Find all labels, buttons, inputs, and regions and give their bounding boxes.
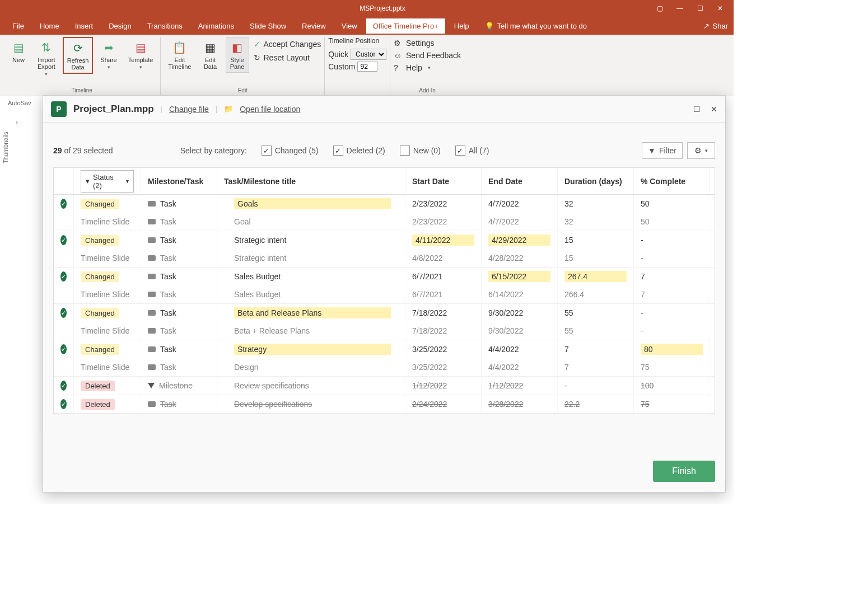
row-check-icon[interactable]: ✓ xyxy=(60,381,67,391)
table-row[interactable]: ✓ChangedTaskStrategy3/25/20224/4/2022780… xyxy=(54,340,715,377)
custom-input[interactable] xyxy=(357,62,377,72)
tab-slideshow[interactable]: Slide Show xyxy=(243,18,293,34)
checkbox-icon[interactable] xyxy=(262,146,272,156)
import-export-button[interactable]: ⇅ Import Export ▾ xyxy=(34,37,59,79)
thumbnails-pane-collapsed: AutoSav › Thumbnails xyxy=(0,96,40,432)
header-duration[interactable]: Duration (days) xyxy=(558,168,634,194)
share-timeline-button[interactable]: ➦ Share ▾ xyxy=(96,37,120,73)
tab-review[interactable]: Review xyxy=(295,18,333,34)
checkbox-icon[interactable] xyxy=(400,146,410,156)
window-close-icon[interactable]: ✕ xyxy=(713,4,727,12)
selection-count: 29 of 29 selected xyxy=(53,146,113,155)
window-maximize-icon[interactable]: ☐ xyxy=(693,4,707,12)
ribbon-group-edit: 📋 Edit Timeline ▦ Edit Data ◧ Style Pane… xyxy=(161,37,325,96)
row-check-icon[interactable]: ✓ xyxy=(60,308,67,318)
row-check-icon[interactable]: ✓ xyxy=(60,199,67,209)
row-check-icon[interactable]: ✓ xyxy=(60,235,67,245)
expand-chevron-icon[interactable]: › xyxy=(16,119,18,126)
category-new[interactable]: New (0) xyxy=(400,146,441,156)
dialog-toolbar: 29 of 29 selected Select by category: Ch… xyxy=(53,134,715,167)
settings-button[interactable]: ⚙Settings xyxy=(394,37,461,49)
import-export-icon: ⇅ xyxy=(39,40,54,55)
table-row[interactable]: ✓ChangedTaskStrategic intent4/11/20224/2… xyxy=(54,231,715,268)
header-status[interactable]: ▾Status (2)▾ xyxy=(74,168,141,194)
status-badge: Changed xyxy=(81,271,119,282)
share-arrow-icon: ➦ xyxy=(101,40,116,55)
open-file-location-link[interactable]: Open file location xyxy=(240,105,300,114)
settings-dropdown[interactable]: ⚙▾ xyxy=(687,142,715,159)
dialog-close-icon[interactable]: ✕ xyxy=(711,105,717,114)
reset-icon: ↻ xyxy=(253,53,262,62)
filter-icon: ▾ xyxy=(86,177,90,185)
header-end[interactable]: End Date xyxy=(482,168,558,194)
checkbox-icon[interactable] xyxy=(333,146,343,156)
template-icon: ▤ xyxy=(133,40,148,55)
table-row[interactable]: ✓DeletedTaskDevelop specifications2/24/2… xyxy=(54,395,715,414)
finish-button[interactable]: Finish xyxy=(653,461,715,482)
tab-transitions[interactable]: Transitions xyxy=(141,18,189,34)
tab-design[interactable]: Design xyxy=(102,18,138,34)
tab-home[interactable]: Home xyxy=(33,18,66,34)
tab-file[interactable]: File xyxy=(6,18,31,34)
edit-data-button[interactable]: ▦ Edit Data xyxy=(199,37,222,73)
reset-label: Reset Layout xyxy=(264,53,310,62)
window-minimize-icon[interactable]: — xyxy=(673,4,687,12)
help-button[interactable]: ?Help▾ xyxy=(394,62,461,74)
row-check-icon[interactable]: ✓ xyxy=(60,399,67,409)
accept-changes-button[interactable]: ✓Accept Changes xyxy=(253,38,321,50)
category-deleted[interactable]: Deleted (2) xyxy=(333,146,385,156)
tell-me-field[interactable]: 💡 Tell me what you want to do xyxy=(485,22,587,30)
window-present-icon[interactable]: ▢ xyxy=(653,4,666,12)
send-feedback-button[interactable]: ☺Send Feedback xyxy=(394,49,461,62)
tab-office-timeline[interactable]: Office Timeline Pro+ xyxy=(366,18,445,34)
status-badge: Changed xyxy=(81,344,119,355)
thumbnails-label[interactable]: Thumbnails xyxy=(2,132,9,163)
table-row[interactable]: ✓DeletedMilestoneReview specifications1/… xyxy=(54,377,715,395)
category-changed[interactable]: Changed (5) xyxy=(262,146,319,156)
table-row[interactable]: ✓ChangedTaskBeta and Release Plans7/18/2… xyxy=(54,304,715,340)
change-file-link[interactable]: Change file xyxy=(169,105,209,114)
folder-icon: 📁 xyxy=(224,105,233,113)
reset-layout-button[interactable]: ↻Reset Layout xyxy=(253,51,321,64)
category-all-label: All (7) xyxy=(469,146,489,155)
lightbulb-icon: 💡 xyxy=(485,22,494,30)
header-complete[interactable]: % Complete xyxy=(634,168,710,194)
edit-data-icon: ▦ xyxy=(203,40,218,55)
dialog-maximize-icon[interactable]: ☐ xyxy=(693,105,701,114)
autosave-label: AutoSav xyxy=(8,100,31,106)
edit-timeline-icon: 📋 xyxy=(172,40,188,55)
tab-insert[interactable]: Insert xyxy=(68,18,100,34)
row-check-icon[interactable]: ✓ xyxy=(60,344,67,354)
category-all[interactable]: All (7) xyxy=(455,146,489,156)
project-filename: Project_Plan.mpp xyxy=(73,104,154,115)
ribbon-group-addin: ⚙Settings ☺Send Feedback ?Help▾ Add-In xyxy=(390,37,464,96)
quick-select[interactable]: Custom xyxy=(351,49,386,60)
edit-data-label: Edit Data xyxy=(204,57,217,70)
titlebar: MSProject.pptx ▢ — ☐ ✕ xyxy=(0,0,734,17)
new-button[interactable]: ▤ New xyxy=(7,37,30,66)
tab-animations[interactable]: Animations xyxy=(192,18,241,34)
table-row[interactable]: ✓ChangedTaskGoals2/23/20224/7/20223250Ti… xyxy=(54,195,715,231)
edit-timeline-button[interactable]: 📋 Edit Timeline xyxy=(164,37,195,73)
table-row[interactable]: ✓ChangedTaskSales Budget6/7/20216/15/202… xyxy=(54,268,715,304)
header-type[interactable]: Milestone/Task xyxy=(141,168,217,194)
new-icon: ▤ xyxy=(11,40,26,55)
ribbon-group-position: Timeline Position Quick Custom Custom xyxy=(325,37,390,96)
status-badge: Changed xyxy=(81,308,119,318)
refresh-data-button[interactable]: ⟳ Refresh Data xyxy=(63,37,94,74)
filter-button[interactable]: ▼Filter xyxy=(642,142,683,159)
share-button[interactable]: ↗ Shar xyxy=(703,22,728,30)
tab-view[interactable]: View xyxy=(335,18,364,34)
checkbox-icon[interactable] xyxy=(455,146,465,156)
header-title[interactable]: Task/Milestone title xyxy=(217,168,405,194)
header-check xyxy=(54,168,74,194)
share-label: Shar xyxy=(713,22,728,30)
row-check-icon[interactable]: ✓ xyxy=(60,271,67,282)
header-start[interactable]: Start Date xyxy=(405,168,482,194)
style-pane-button[interactable]: ◧ Style Pane xyxy=(226,37,249,73)
task-icon xyxy=(148,292,156,297)
tab-help[interactable]: Help xyxy=(447,18,476,34)
template-button[interactable]: ▤ Template ▾ xyxy=(124,37,157,73)
ms-project-icon: P xyxy=(51,101,67,117)
new-label: New xyxy=(12,57,25,63)
